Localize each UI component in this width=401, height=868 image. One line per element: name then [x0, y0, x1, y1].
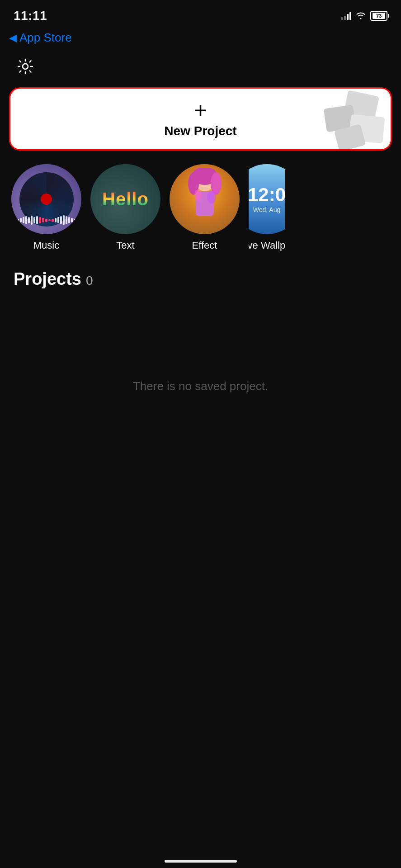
category-music-label: Music	[33, 240, 59, 251]
app-store-nav[interactable]: ◀ App Store	[0, 27, 401, 50]
waveform-overlay	[14, 215, 79, 225]
effect-person-svg	[182, 168, 227, 231]
svg-point-0	[23, 64, 28, 69]
signal-icon	[341, 12, 351, 20]
category-text[interactable]: Hello Text	[90, 164, 160, 251]
battery-icon: 73	[370, 11, 387, 21]
wallpaper-content: 🔒 12:0 Wed, Aug	[249, 164, 285, 234]
settings-row	[0, 50, 401, 87]
no-projects-text: There is no saved project.	[133, 379, 268, 393]
status-icons: 73	[341, 11, 387, 21]
app-store-label: App Store	[19, 31, 72, 45]
category-livewallpaper[interactable]: 🔒 12:0 Wed, Aug Live Wallp...	[249, 164, 285, 251]
no-projects-message: There is no saved project.	[14, 379, 387, 393]
status-bar: 11:11 73	[0, 0, 401, 27]
wifi-icon	[356, 12, 366, 19]
svg-point-6	[194, 189, 202, 200]
projects-title: Projects	[14, 269, 81, 289]
wallpaper-date: Wed, Aug	[253, 206, 280, 213]
new-project-content: + New Project	[164, 99, 236, 138]
category-music-circle	[11, 164, 81, 234]
wallpaper-time: 12:0	[249, 185, 285, 204]
battery-percent: 73	[376, 13, 382, 19]
new-project-button[interactable]: + New Project	[9, 87, 392, 151]
category-effect[interactable]: Effect	[170, 164, 240, 251]
projects-header: Projects 0	[14, 269, 387, 289]
svg-point-7	[207, 190, 216, 204]
settings-button[interactable]	[14, 55, 37, 78]
category-effect-circle	[170, 164, 240, 234]
category-effect-label: Effect	[192, 240, 217, 251]
gear-icon	[16, 57, 34, 75]
categories-row: Music Hello Text	[9, 164, 392, 251]
effect-photo	[170, 164, 240, 234]
new-project-background	[220, 89, 391, 149]
category-text-circle: Hello	[90, 164, 160, 234]
vinyl-center	[41, 193, 52, 205]
hello-text: Hello	[102, 189, 149, 209]
category-text-label: Text	[116, 240, 134, 251]
home-indicator	[165, 860, 237, 863]
category-wallpaper-label: Live Wallp...	[249, 240, 285, 251]
new-project-label: New Project	[164, 124, 236, 138]
categories-section: Music Hello Text	[0, 164, 401, 251]
category-music[interactable]: Music	[11, 164, 81, 251]
category-wallpaper-circle: 🔒 12:0 Wed, Aug	[249, 164, 285, 234]
new-project-plus-icon: +	[194, 99, 207, 121]
projects-count: 0	[86, 274, 93, 288]
back-arrow-icon: ◀	[9, 32, 17, 44]
status-time: 11:11	[14, 9, 47, 23]
new-project-section: + New Project	[0, 87, 401, 151]
projects-section: Projects 0 There is no saved project.	[0, 269, 401, 393]
